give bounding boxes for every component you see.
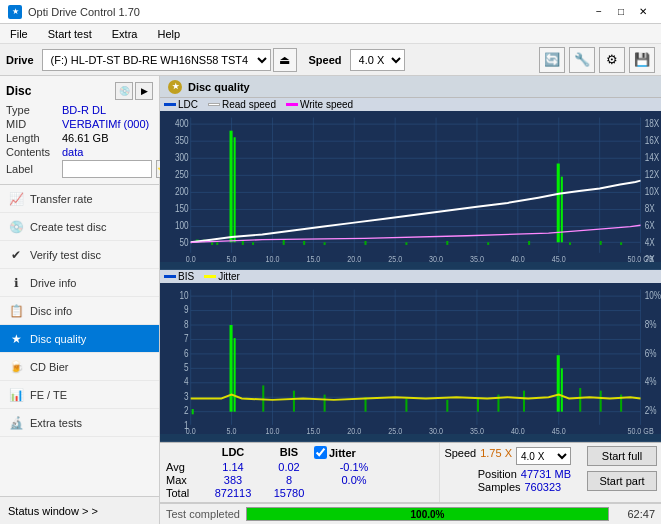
sidebar-item-cd-bier[interactable]: 🍺 CD Bier xyxy=(0,353,159,381)
svg-text:9: 9 xyxy=(184,303,189,315)
disc-icon-1[interactable]: 💿 xyxy=(115,82,133,100)
svg-text:5: 5 xyxy=(184,361,189,373)
svg-text:20.0: 20.0 xyxy=(347,426,361,434)
avg-ldc: 1.14 xyxy=(202,461,264,473)
max-label: Max xyxy=(166,474,202,486)
svg-rect-133 xyxy=(600,391,602,412)
jitter-checkbox[interactable] xyxy=(314,446,327,459)
jitter-header-label: Jitter xyxy=(329,447,356,459)
fe-te-icon: 📊 xyxy=(8,387,24,403)
svg-text:150: 150 xyxy=(175,202,189,214)
refresh-button[interactable]: 🔄 xyxy=(539,47,565,73)
progress-area: Test completed 100.0% 62:47 xyxy=(160,503,661,524)
svg-rect-67 xyxy=(528,241,530,245)
speed-select[interactable]: 4.0 X 1.0 X 2.0 X 8.0 X xyxy=(350,49,405,71)
disc-quality-header-icon: ★ xyxy=(168,80,182,94)
sidebar: Disc 💿 ▶ Type BD-R DL MID VERBATIMf (000… xyxy=(0,76,160,524)
create-disc-label: Create test disc xyxy=(30,221,106,233)
sidebar-item-transfer-rate[interactable]: 📈 Transfer rate xyxy=(0,185,159,213)
sidebar-item-extra-tests[interactable]: 🔬 Extra tests xyxy=(0,409,159,437)
stats-empty-header xyxy=(166,446,202,459)
status-window-label: Status window > > xyxy=(8,505,98,517)
jitter-legend: Jitter xyxy=(204,271,240,282)
menu-file[interactable]: File xyxy=(4,26,34,42)
disc-contents-value: data xyxy=(62,146,83,158)
eject-button[interactable]: ⏏ xyxy=(273,48,297,72)
svg-text:2%: 2% xyxy=(645,404,657,416)
svg-text:10.0: 10.0 xyxy=(266,426,280,434)
svg-text:0.0: 0.0 xyxy=(186,254,196,262)
disc-quality-label: Disc quality xyxy=(30,333,86,345)
svg-rect-126 xyxy=(446,400,448,412)
bis-legend-color xyxy=(164,275,176,278)
disc-icon-2[interactable]: ▶ xyxy=(135,82,153,100)
svg-text:12X: 12X xyxy=(645,168,660,180)
progress-label: 100.0% xyxy=(411,509,445,520)
settings2-button[interactable]: ⚙ xyxy=(599,47,625,73)
sidebar-item-disc-info[interactable]: 📋 Disc info xyxy=(0,297,159,325)
chart-bottom-container: BIS Jitter xyxy=(160,270,661,442)
speed-dropdown[interactable]: 4.0 X 1.0 X 2.0 X xyxy=(516,447,571,465)
svg-rect-130 xyxy=(557,355,560,411)
ldc-legend: LDC xyxy=(164,99,198,110)
minimize-button[interactable]: − xyxy=(589,4,609,20)
jitter-legend-color xyxy=(204,275,216,278)
svg-text:10X: 10X xyxy=(645,185,660,197)
ldc-legend-label: LDC xyxy=(178,99,198,110)
read-speed-legend-color xyxy=(208,103,220,106)
transfer-rate-label: Transfer rate xyxy=(30,193,93,205)
svg-text:16X: 16X xyxy=(645,134,660,146)
svg-text:4X: 4X xyxy=(645,236,656,248)
menu-start-test[interactable]: Start test xyxy=(42,26,98,42)
sidebar-item-create-test-disc[interactable]: 💿 Create test disc xyxy=(0,213,159,241)
sidebar-item-disc-quality[interactable]: ★ Disc quality xyxy=(0,325,159,353)
menu-extra[interactable]: Extra xyxy=(106,26,144,42)
drive-info-label: Drive info xyxy=(30,277,76,289)
bis-legend: BIS xyxy=(164,271,194,282)
svg-rect-132 xyxy=(579,388,581,412)
sidebar-item-fe-te[interactable]: 📊 FE / TE xyxy=(0,381,159,409)
svg-text:250: 250 xyxy=(175,168,189,180)
drive-select[interactable]: (F:) HL-DT-ST BD-RE WH16NS58 TST4 xyxy=(42,49,271,71)
total-row: Total 872113 15780 xyxy=(166,487,433,499)
cd-bier-icon: 🍺 xyxy=(8,359,24,375)
chart-bottom-svg: 10 9 8 7 6 5 4 3 2 1 10% 8% 6% 4% 2% xyxy=(160,283,661,434)
disc-contents-label: Contents xyxy=(6,146,58,158)
window-controls: − □ ✕ xyxy=(589,4,653,20)
settings1-button[interactable]: 🔧 xyxy=(569,47,595,73)
start-full-button[interactable]: Start full xyxy=(587,446,657,466)
sidebar-item-verify-test-disc[interactable]: ✔ Verify test disc xyxy=(0,241,159,269)
avg-label: Avg xyxy=(166,461,202,473)
disc-type-label: Type xyxy=(6,104,58,116)
svg-rect-59 xyxy=(252,242,254,245)
disc-mid-value: VERBATIMf (000) xyxy=(62,118,149,130)
svg-rect-127 xyxy=(477,399,479,412)
svg-text:40.0: 40.0 xyxy=(511,254,525,262)
disc-length-label: Length xyxy=(6,132,58,144)
svg-text:10%: 10% xyxy=(645,289,661,301)
close-button[interactable]: ✕ xyxy=(633,4,653,20)
svg-text:45.0: 45.0 xyxy=(552,426,566,434)
svg-text:300: 300 xyxy=(175,151,189,163)
svg-text:200: 200 xyxy=(175,185,189,197)
right-controls: Speed 1.75 X 4.0 X 1.0 X 2.0 X Start ful… xyxy=(439,443,661,502)
avg-bis: 0.02 xyxy=(264,461,314,473)
svg-text:18X: 18X xyxy=(645,117,660,129)
stats-controls-row: LDC BIS Jitter Avg 1.14 0.02 -0.1% xyxy=(160,443,661,503)
start-part-button[interactable]: Start part xyxy=(587,471,657,491)
menu-help[interactable]: Help xyxy=(151,26,186,42)
maximize-button[interactable]: □ xyxy=(611,4,631,20)
save-button[interactable]: 💾 xyxy=(629,47,655,73)
legend-top: LDC Read speed Write speed xyxy=(160,98,661,111)
drive-select-wrap: (F:) HL-DT-ST BD-RE WH16NS58 TST4 ⏏ xyxy=(42,48,297,72)
svg-text:35.0: 35.0 xyxy=(470,426,484,434)
jitter-legend-label: Jitter xyxy=(218,271,240,282)
sidebar-item-drive-info[interactable]: ℹ Drive info xyxy=(0,269,159,297)
status-window-button[interactable]: Status window > > xyxy=(0,496,159,524)
svg-text:15.0: 15.0 xyxy=(306,426,320,434)
svg-rect-66 xyxy=(487,242,489,245)
disc-label-input[interactable] xyxy=(62,160,152,178)
verify-disc-icon: ✔ xyxy=(8,247,24,263)
drive-label: Drive xyxy=(6,54,34,66)
svg-text:50.0 GB: 50.0 GB xyxy=(627,254,654,262)
